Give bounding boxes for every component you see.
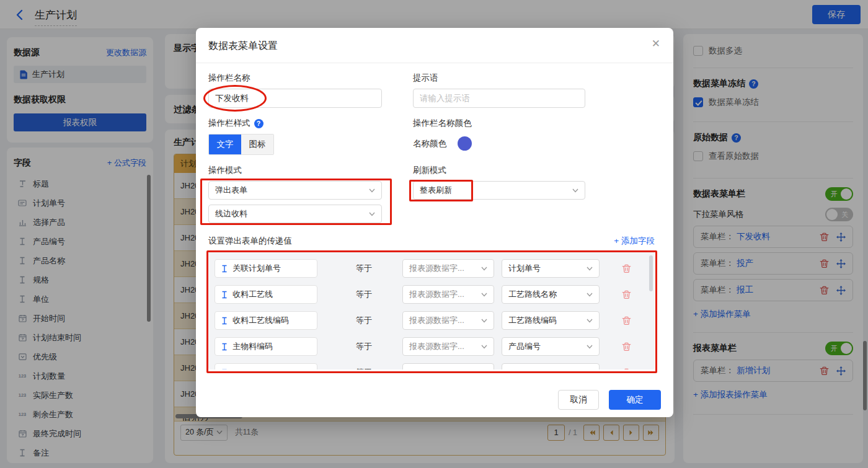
chevron-down-icon bbox=[587, 319, 593, 323]
target-field-value: 产品编号 bbox=[508, 341, 541, 352]
color-swatch[interactable] bbox=[458, 136, 472, 151]
style-segmented-control: 文字图标 bbox=[208, 134, 274, 155]
transfer-row: 收料工艺线编码等于报表源数据字...工艺路线编码 bbox=[215, 311, 649, 330]
refresh-mode-label: 刷新模式 bbox=[413, 165, 585, 176]
transfer-field-label: 关联计划单号 bbox=[232, 263, 281, 274]
action-mode-form-value: 线边收料 bbox=[215, 208, 247, 219]
chevron-down-icon bbox=[587, 267, 593, 271]
action-mode-label: 操作模式 bbox=[208, 165, 382, 176]
chevron-down-icon bbox=[481, 345, 487, 349]
source-field-select[interactable]: 报表源数据字... bbox=[402, 337, 494, 356]
source-field-select[interactable]: 报表源数据字... bbox=[402, 311, 494, 330]
source-field-value: 报表源数据字... bbox=[409, 263, 464, 274]
app-window: 生产计划 保存 数据源 更改数据源 生产计划 数据获取权限 报表权限 字段 + … bbox=[0, 0, 868, 468]
source-field-select[interactable]: 报表源数据字... bbox=[402, 259, 494, 278]
style-tab-图标[interactable]: 图标 bbox=[241, 135, 273, 154]
trash-icon[interactable] bbox=[622, 368, 631, 370]
target-field-select[interactable]: 工艺路线编码 bbox=[502, 311, 600, 330]
transfer-field-box[interactable]: 关联计划单号 bbox=[215, 259, 317, 278]
target-field-value: 工艺路线名称 bbox=[508, 289, 557, 300]
transfer-field-box[interactable]: 收料工艺线编码 bbox=[215, 311, 317, 330]
transfer-field-box[interactable]: 收料工艺线 bbox=[215, 285, 317, 304]
trash-icon[interactable] bbox=[622, 316, 631, 325]
transfer-scrollbar-thumb[interactable] bbox=[649, 255, 653, 291]
target-field-value: 工艺路线编码 bbox=[508, 315, 557, 326]
tip-label: 提示语 bbox=[413, 73, 585, 84]
transfer-row: 等于 bbox=[215, 363, 649, 369]
name-color-text: 名称颜色 bbox=[413, 138, 446, 149]
trash-icon[interactable] bbox=[622, 342, 631, 351]
refresh-mode-select[interactable]: 整表刷新 bbox=[413, 181, 585, 200]
refresh-mode-value: 整表刷新 bbox=[420, 185, 452, 196]
text-field-icon bbox=[221, 317, 228, 325]
target-field-select[interactable]: 工艺路线名称 bbox=[502, 285, 600, 304]
source-field-select[interactable]: 报表源数据字... bbox=[402, 285, 494, 304]
trash-icon[interactable] bbox=[622, 264, 631, 273]
transfer-field-box[interactable]: 主物料编码 bbox=[215, 337, 317, 356]
action-name-label: 操作栏名称 bbox=[208, 73, 382, 84]
text-field-icon bbox=[221, 291, 228, 299]
trash-icon[interactable] bbox=[622, 290, 631, 299]
chevron-down-icon bbox=[369, 212, 375, 216]
text-field-icon bbox=[221, 343, 228, 351]
chevron-down-icon bbox=[481, 293, 487, 297]
chevron-down-icon bbox=[587, 345, 593, 349]
cancel-button[interactable]: 取消 bbox=[558, 390, 599, 410]
action-mode-select[interactable]: 弹出表单 bbox=[208, 181, 382, 200]
target-field-select[interactable] bbox=[502, 363, 600, 369]
target-field-value: 计划单号 bbox=[508, 263, 541, 274]
confirm-button[interactable]: 确定 bbox=[609, 390, 661, 410]
tip-input[interactable] bbox=[413, 89, 585, 108]
add-field-link[interactable]: + 添加字段 bbox=[614, 236, 655, 247]
transfer-rows-container: 关联计划单号等于报表源数据字...计划单号收料工艺线等于报表源数据字...工艺路… bbox=[208, 252, 655, 369]
target-field-select[interactable]: 产品编号 bbox=[502, 337, 600, 356]
style-tab-文字[interactable]: 文字 bbox=[209, 135, 241, 154]
chevron-down-icon bbox=[481, 319, 487, 323]
transfer-row: 主物料编码等于报表源数据字...产品编号 bbox=[215, 337, 649, 356]
transfer-field-label: 收料工艺线 bbox=[232, 289, 273, 300]
source-field-value: 报表源数据字... bbox=[409, 315, 464, 326]
operator-label: 等于 bbox=[356, 367, 374, 369]
operator-label: 等于 bbox=[356, 341, 374, 352]
source-field-value: 报表源数据字... bbox=[409, 289, 464, 300]
target-field-select[interactable]: 计划单号 bbox=[502, 259, 600, 278]
style-label: 操作栏样式 bbox=[208, 118, 250, 129]
transfer-row: 收料工艺线等于报表源数据字...工艺路线名称 bbox=[215, 285, 649, 304]
chevron-down-icon bbox=[369, 188, 375, 193]
source-field-value: 报表源数据字... bbox=[409, 341, 464, 352]
text-field-icon bbox=[221, 265, 228, 273]
transfer-field-label: 主物料编码 bbox=[232, 341, 273, 352]
dialog-title: 数据表菜单设置 bbox=[208, 40, 278, 51]
action-name-input[interactable] bbox=[208, 89, 382, 108]
action-mode-form-select[interactable]: 线边收料 bbox=[208, 205, 382, 223]
operator-label: 等于 bbox=[356, 263, 374, 274]
operator-label: 等于 bbox=[356, 315, 374, 326]
chevron-down-icon bbox=[481, 267, 487, 271]
chevron-down-icon bbox=[572, 188, 578, 193]
table-menu-settings-dialog: 数据表菜单设置 ✕ 操作栏名称 提示语 bbox=[196, 28, 673, 417]
transfer-field-label: 收料工艺线编码 bbox=[232, 315, 289, 326]
operator-label: 等于 bbox=[356, 289, 374, 300]
close-icon[interactable]: ✕ bbox=[652, 38, 660, 49]
transfer-field-box[interactable] bbox=[215, 363, 317, 369]
chevron-down-icon bbox=[587, 293, 593, 297]
action-mode-value: 弹出表单 bbox=[215, 185, 247, 196]
help-icon[interactable] bbox=[254, 119, 264, 128]
transfer-row: 关联计划单号等于报表源数据字...计划单号 bbox=[215, 259, 649, 278]
transfer-title: 设置弹出表单的传递值 bbox=[208, 236, 292, 247]
name-color-label: 操作栏名称颜色 bbox=[413, 118, 585, 129]
source-field-select[interactable] bbox=[402, 363, 494, 369]
text-field-icon bbox=[221, 369, 228, 370]
